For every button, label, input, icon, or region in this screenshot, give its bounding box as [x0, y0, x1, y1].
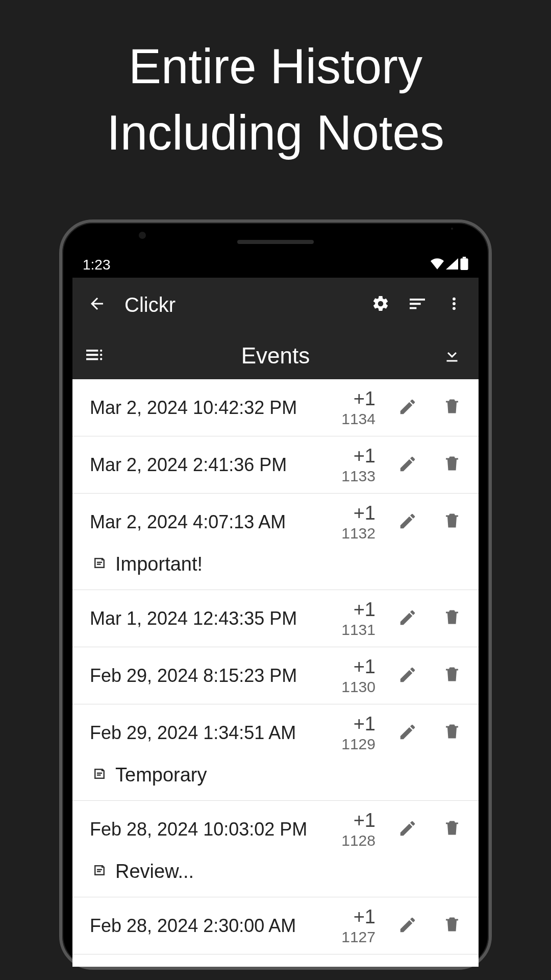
event-date: Feb 29, 2024 1:34:51 AM: [90, 722, 335, 744]
event-counter: +11131: [335, 600, 375, 638]
event-count: 1129: [335, 737, 375, 752]
event-counter: +11133: [335, 446, 375, 484]
event-increment: +1: [335, 446, 375, 465]
edit-button[interactable]: [398, 665, 417, 687]
event-date: Mar 2, 2024 4:07:13 AM: [90, 511, 335, 533]
more-vert-icon: [446, 296, 462, 314]
delete-button[interactable]: [443, 665, 461, 687]
pencil-icon: [398, 511, 417, 533]
signal-icon: [446, 257, 458, 273]
event-increment: +1: [335, 389, 375, 408]
pencil-icon: [398, 608, 417, 629]
note-icon: [92, 861, 107, 883]
event-count: 1132: [335, 526, 375, 541]
phone-speaker: [237, 240, 314, 244]
note-icon: [92, 764, 107, 786]
event-date: Mar 2, 2024 10:42:32 PM: [90, 397, 335, 419]
trash-icon: [443, 819, 461, 839]
delete-button[interactable]: [443, 722, 461, 744]
delete-button[interactable]: [443, 915, 461, 937]
event-increment: +1: [335, 657, 375, 676]
event-date: Mar 2, 2024 2:41:36 PM: [90, 454, 335, 476]
event-row[interactable]: Feb 29, 2024 8:15:23 PM+11130: [72, 647, 479, 704]
svg-point-7: [100, 358, 102, 360]
overflow-menu-button[interactable]: [436, 286, 472, 323]
pencil-icon: [398, 819, 417, 840]
svg-point-2: [453, 298, 456, 301]
event-date: Feb 28, 2024 10:03:02 PM: [90, 819, 335, 840]
delete-button[interactable]: [443, 397, 461, 419]
event-increment: +1: [335, 907, 375, 926]
svg-rect-0: [463, 257, 466, 258]
android-nav-indicator: [230, 958, 321, 961]
event-row[interactable]: Feb 28, 2024 2:30:00 AM+11127: [72, 897, 479, 954]
wifi-icon: [431, 257, 444, 273]
download-button[interactable]: [443, 346, 467, 366]
event-row[interactable]: Mar 1, 2024 12:43:35 PM+11131: [72, 590, 479, 647]
sort-icon: [407, 293, 428, 316]
event-count: 1130: [335, 679, 375, 695]
event-count: 1134: [335, 411, 375, 427]
event-increment: +1: [335, 600, 375, 619]
svg-point-3: [453, 302, 456, 305]
phone-camera-dot: [139, 232, 146, 239]
event-counter: +11128: [335, 811, 375, 848]
back-button[interactable]: [79, 286, 115, 323]
event-counter: +11134: [335, 389, 375, 427]
edit-button[interactable]: [398, 608, 417, 629]
delete-button[interactable]: [443, 454, 461, 476]
trash-icon: [443, 511, 461, 532]
event-date: Feb 28, 2024 2:30:00 AM: [90, 915, 335, 937]
promo-heading: Entire History Including Notes: [0, 0, 551, 165]
delete-button[interactable]: [443, 819, 461, 840]
pencil-icon: [398, 454, 417, 476]
event-row[interactable]: Feb 28, 2024 10:03:02 PM+11128Review...: [72, 801, 479, 897]
events-list[interactable]: Mar 2, 2024 10:42:32 PM+11134Mar 2, 2024…: [72, 379, 479, 967]
event-row[interactable]: Mar 2, 2024 4:07:13 AM+11132Important!: [72, 494, 479, 590]
settings-button[interactable]: [362, 286, 399, 323]
delete-button[interactable]: [443, 608, 461, 629]
promo-line2: Including Notes: [0, 100, 551, 166]
note-icon: [92, 553, 107, 575]
edit-button[interactable]: [398, 454, 417, 476]
event-note-text: Review...: [115, 861, 194, 883]
phone-proximity-dot: [451, 228, 453, 230]
edit-button[interactable]: [398, 722, 417, 744]
event-note-text: Temporary: [115, 764, 207, 786]
events-toolbar: Events: [72, 332, 479, 379]
event-note: Review...: [90, 857, 461, 897]
delete-button[interactable]: [443, 511, 461, 533]
phone-frame: 1:23 Clickr: [59, 219, 492, 970]
arrow-left-icon: [88, 295, 106, 315]
list-toc-button[interactable]: [84, 345, 108, 367]
pencil-icon: [398, 722, 417, 744]
event-counter: +11132: [335, 503, 375, 541]
event-count: 1128: [335, 833, 375, 848]
event-date: Mar 1, 2024 12:43:35 PM: [90, 608, 335, 629]
event-count: 1131: [335, 622, 375, 638]
trash-icon: [443, 915, 461, 936]
phone-screen: 1:23 Clickr: [72, 252, 479, 967]
trash-icon: [443, 665, 461, 685]
event-increment: +1: [335, 811, 375, 830]
trash-icon: [443, 454, 461, 475]
edit-button[interactable]: [398, 511, 417, 533]
pencil-icon: [398, 665, 417, 687]
event-note-text: Important!: [115, 553, 203, 575]
status-time: 1:23: [83, 257, 111, 273]
event-row[interactable]: Mar 2, 2024 10:42:32 PM+11134: [72, 379, 479, 436]
svg-rect-1: [460, 258, 468, 270]
svg-point-6: [100, 354, 102, 356]
pencil-icon: [398, 397, 417, 419]
sort-button[interactable]: [399, 286, 436, 323]
trash-icon: [443, 608, 461, 628]
event-row[interactable]: Mar 2, 2024 2:41:36 PM+11133: [72, 436, 479, 494]
event-note: Important!: [90, 550, 461, 590]
edit-button[interactable]: [398, 397, 417, 419]
edit-button[interactable]: [398, 819, 417, 840]
download-icon: [443, 346, 461, 366]
app-title: Clickr: [124, 293, 362, 316]
toc-icon: [84, 345, 104, 367]
event-row[interactable]: Feb 29, 2024 1:34:51 AM+11129Temporary: [72, 704, 479, 801]
edit-button[interactable]: [398, 915, 417, 937]
